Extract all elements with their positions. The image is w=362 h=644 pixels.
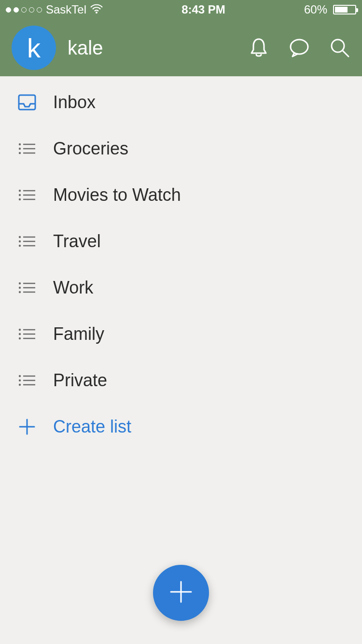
plus-icon <box>168 579 194 607</box>
svg-point-33 <box>19 337 21 339</box>
svg-point-5 <box>19 143 21 145</box>
status-time: 8:43 PM <box>181 3 225 16</box>
list-icon <box>17 374 37 387</box>
svg-point-15 <box>19 198 21 200</box>
username-label[interactable]: kale <box>68 37 237 59</box>
list-item-label: Movies to Watch <box>53 185 181 205</box>
list-item-label: Groceries <box>53 139 128 159</box>
status-left: SaskTel <box>6 3 103 16</box>
list-item-movies[interactable]: Movies to Watch <box>0 172 362 218</box>
list-icon <box>17 188 37 202</box>
list-icon <box>17 281 37 294</box>
svg-point-11 <box>19 190 21 192</box>
avatar[interactable]: k <box>12 26 56 70</box>
svg-point-13 <box>19 194 21 196</box>
svg-point-9 <box>19 152 21 154</box>
svg-point-23 <box>19 282 21 284</box>
list-item-family[interactable]: Family <box>0 311 362 357</box>
svg-point-21 <box>19 245 21 247</box>
list-item-work[interactable]: Work <box>0 265 362 311</box>
svg-point-1 <box>291 40 308 54</box>
list-item-label: Work <box>53 278 93 298</box>
svg-point-31 <box>19 333 21 335</box>
create-list-label: Create list <box>53 417 131 437</box>
avatar-initial: k <box>27 32 41 64</box>
svg-point-29 <box>19 329 21 331</box>
svg-point-37 <box>19 379 21 381</box>
wifi-icon <box>90 3 103 16</box>
plus-icon <box>17 419 37 435</box>
signal-strength-icon <box>6 7 42 13</box>
status-bar: SaskTel 8:43 PM 60% <box>0 0 362 19</box>
svg-point-7 <box>19 148 21 150</box>
list-item-private[interactable]: Private <box>0 357 362 404</box>
carrier-label: SaskTel <box>46 3 86 16</box>
add-task-fab[interactable] <box>153 565 209 621</box>
lists-container: Inbox Groceries Movies to Watch <box>0 76 362 450</box>
svg-point-0 <box>96 12 97 14</box>
list-icon <box>17 235 37 248</box>
svg-point-17 <box>19 236 21 238</box>
list-item-label: Inbox <box>53 92 96 112</box>
svg-point-35 <box>19 375 21 377</box>
list-icon <box>17 327 37 341</box>
search-icon[interactable] <box>329 37 350 58</box>
header-actions <box>248 37 350 58</box>
list-item-travel[interactable]: Travel <box>0 218 362 265</box>
svg-point-25 <box>19 287 21 289</box>
list-item-groceries[interactable]: Groceries <box>0 126 362 172</box>
list-item-label: Family <box>53 324 104 344</box>
status-right: 60% <box>304 3 356 16</box>
list-item-label: Private <box>53 370 107 391</box>
svg-point-39 <box>19 384 21 386</box>
list-icon <box>17 142 37 155</box>
battery-icon <box>331 5 356 14</box>
list-item-inbox[interactable]: Inbox <box>0 79 362 126</box>
svg-point-27 <box>19 291 21 293</box>
notifications-icon[interactable] <box>248 37 269 58</box>
battery-percent-label: 60% <box>304 3 327 16</box>
chat-icon[interactable] <box>289 37 310 58</box>
app-header: k kale <box>0 19 362 76</box>
inbox-icon <box>17 94 37 111</box>
create-list-button[interactable]: Create list <box>0 404 362 450</box>
svg-line-3 <box>343 51 348 56</box>
svg-point-19 <box>19 240 21 242</box>
list-item-label: Travel <box>53 231 101 252</box>
